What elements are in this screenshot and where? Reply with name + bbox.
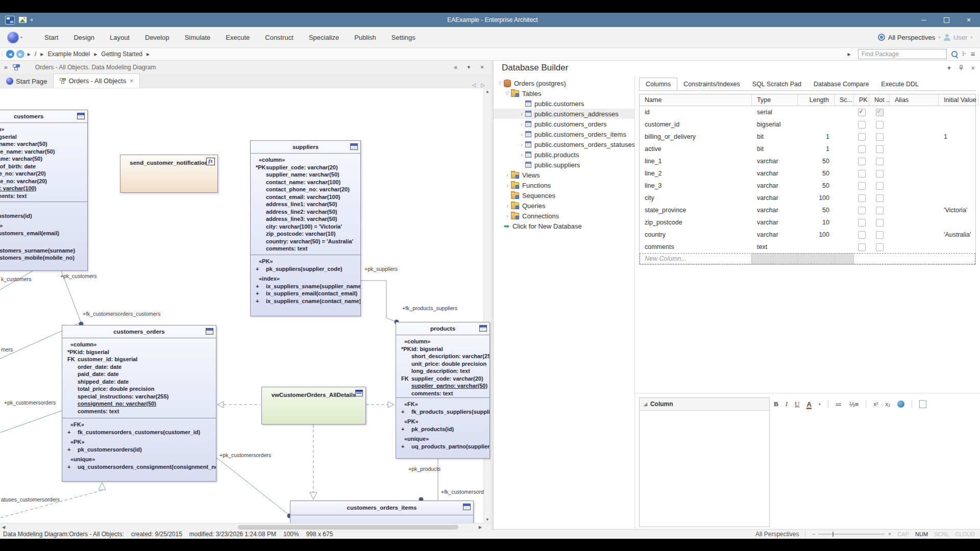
collapsed-icon[interactable]: › (504, 203, 511, 209)
tree-item-public-customers-addresses[interactable]: ›public.customers_addresses (494, 109, 634, 119)
notnull-checkbox[interactable] (876, 182, 884, 190)
cell-length[interactable]: 1 (798, 145, 835, 153)
breadcrumb-item[interactable]: Getting Started (101, 51, 142, 58)
pk-checkbox[interactable] (858, 170, 866, 178)
status-toggle-num[interactable]: NUM (915, 531, 928, 537)
notnull-checkbox[interactable] (876, 207, 884, 214)
ribbon-menu-simulate[interactable]: Simulate (177, 28, 218, 47)
pk-checkbox[interactable] (858, 109, 866, 116)
pk-checkbox[interactable] (858, 133, 866, 141)
grid-header-alias[interactable]: Alias (890, 94, 939, 106)
user-menu[interactable]: User (953, 34, 967, 41)
quick-access-caret-icon[interactable]: ▾ (31, 17, 33, 22)
grid-row[interactable]: state_provincevarchar50'Victoria' (640, 204, 975, 216)
cell-pk[interactable] (854, 133, 869, 141)
pk-checkbox[interactable] (858, 207, 866, 214)
grid-header-length[interactable]: Length (798, 94, 835, 106)
ribbon-menu-develop[interactable]: Develop (137, 28, 177, 47)
cell-notnull[interactable] (869, 243, 890, 251)
new-column-cell[interactable]: New Column... (640, 253, 752, 264)
caption-dropdown-icon[interactable]: ▼ (467, 65, 471, 70)
hyperlink-globe-icon[interactable] (897, 400, 904, 408)
grid-row[interactable]: commentstext (640, 241, 975, 253)
cell-pk[interactable] (854, 109, 869, 116)
cell-notnull[interactable] (869, 133, 890, 141)
cell-type[interactable]: varchar (752, 207, 798, 214)
notnull-checkbox[interactable] (876, 243, 884, 251)
subscript-icon[interactable]: x₂ (885, 401, 890, 407)
pk-checkbox[interactable] (858, 231, 866, 239)
ribbon-menu-construct[interactable]: Construct (257, 28, 301, 47)
underline-icon[interactable]: U (795, 400, 799, 408)
status-perspective[interactable]: All Perspectives (755, 531, 799, 538)
zoom-in-icon[interactable]: + (888, 531, 891, 538)
italic-icon[interactable]: I (786, 400, 788, 408)
font-color-caret-icon[interactable]: ▾ (819, 402, 821, 407)
cell-notnull[interactable] (869, 231, 890, 239)
cell-notnull[interactable] (869, 182, 890, 190)
user-caret-icon[interactable]: ˅ (970, 35, 973, 40)
cell-length[interactable]: 1 (798, 133, 835, 140)
cell-length[interactable]: 50 (798, 182, 835, 189)
cell-name[interactable]: id (640, 109, 752, 116)
cell-initial[interactable]: 1 (939, 133, 978, 140)
ribbon-menu-settings[interactable]: Settings (384, 28, 423, 47)
pk-checkbox[interactable] (858, 243, 866, 251)
find-package-input[interactable] (858, 49, 947, 59)
ribbon-menu-publish[interactable]: Publish (347, 28, 384, 47)
cell-type[interactable]: varchar (752, 158, 798, 165)
cell-length[interactable]: 100 (798, 231, 835, 238)
cell-name[interactable]: line_3 (640, 182, 752, 189)
notnull-checkbox[interactable] (876, 194, 884, 202)
diagram-element-products[interactable]: products«column»*PKid: bigserialshort_de… (396, 322, 490, 459)
tree-item-connections[interactable]: ›Connections (494, 211, 634, 221)
cell-notnull[interactable] (869, 207, 890, 214)
notnull-checkbox[interactable] (876, 133, 884, 141)
tree-item-tables[interactable]: ▽Tables (494, 88, 634, 98)
search-icon[interactable] (951, 51, 958, 58)
nav-forward-button[interactable]: ▶ (16, 50, 24, 58)
builder-tab-execute-ddl[interactable]: Execute DDL (875, 78, 925, 90)
tab-start-page[interactable]: Start Page (0, 74, 53, 88)
grid-row[interactable]: idserial (640, 106, 975, 118)
cell-name[interactable]: line_1 (640, 158, 752, 165)
cell-type[interactable]: varchar (752, 182, 798, 189)
logo-caret-icon[interactable]: ▾ (20, 35, 22, 40)
diagram-element-customers_orders_items[interactable]: customers_orders_items (290, 500, 474, 523)
cell-type[interactable]: bigserial (752, 121, 798, 128)
cell-name[interactable]: active (640, 145, 752, 153)
grid-header-not-[interactable]: Not ... (869, 94, 890, 106)
tree-item-queries[interactable]: ›Queries (494, 201, 634, 211)
notnull-checkbox[interactable] (876, 158, 884, 165)
expanded-icon[interactable]: ▽ (504, 91, 511, 96)
tab-close-icon[interactable]: × (130, 78, 133, 85)
cell-type[interactable]: text (752, 243, 798, 251)
diagram-canvas[interactable]: ▲ ▼ customers«column»*PKid: bigserialfir… (0, 88, 491, 523)
cell-name[interactable]: state_province (640, 207, 752, 214)
grid-row[interactable]: billing_or_deliverybit11 (640, 131, 975, 143)
nav-back-button[interactable]: ◀ (6, 50, 14, 58)
status-toggle-scrl[interactable]: SCRL (934, 531, 949, 537)
tree-item-public-products[interactable]: ›public.products (494, 149, 634, 160)
cell-pk[interactable] (854, 145, 869, 153)
breadcrumb-item[interactable]: Example Model (47, 51, 90, 58)
perspectives-caret-icon[interactable]: ˅ (938, 35, 941, 40)
notnull-checkbox[interactable] (876, 231, 884, 239)
cell-pk[interactable] (854, 207, 869, 214)
cell-length[interactable]: 10 (798, 219, 835, 226)
bullet-list-icon[interactable]: ≔ (836, 400, 842, 408)
cell-name[interactable]: line_2 (640, 170, 752, 177)
tree-item-orders-postgres-[interactable]: ▽Orders (postgres) (494, 78, 634, 88)
horizontal-scroll-thumb[interactable] (238, 525, 458, 530)
cell-type[interactable]: serial (752, 109, 798, 116)
zoom-slider[interactable]: − + (812, 531, 891, 538)
tree-item-public-suppliers[interactable]: public.suppliers (494, 160, 634, 170)
find-expand-icon[interactable]: ▶ (848, 52, 851, 57)
cell-pk[interactable] (854, 194, 869, 202)
grid-row[interactable]: line_2varchar50 (640, 167, 975, 180)
scroll-left-icon[interactable]: ◀ (2, 525, 5, 530)
grid-header-name[interactable]: Name (640, 94, 752, 106)
ribbon-menu-start[interactable]: Start (37, 28, 66, 47)
status-toggle-cap[interactable]: CAP (897, 531, 909, 537)
menu-hamburger-icon[interactable]: ≡ (971, 50, 975, 58)
